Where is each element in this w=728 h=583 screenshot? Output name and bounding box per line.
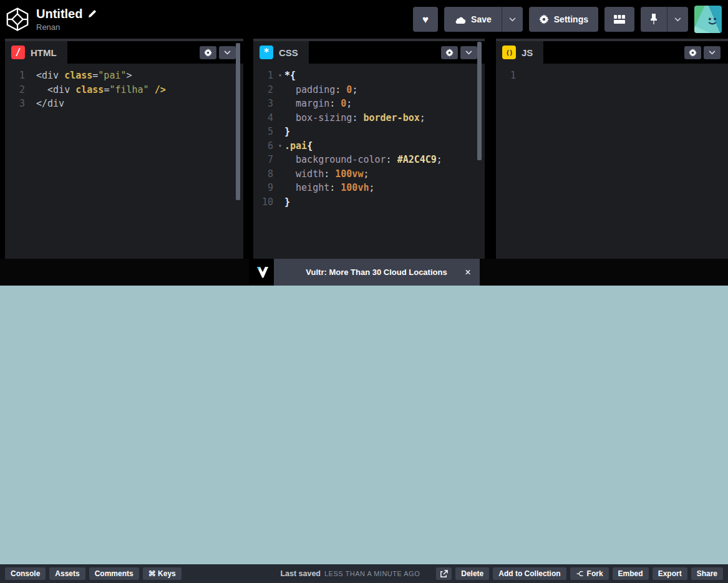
fold-spacer xyxy=(276,167,284,181)
gear-icon xyxy=(689,49,697,57)
code-line[interactable]: 7 background-color: #A2C4C9; xyxy=(253,153,485,167)
code-text: } xyxy=(284,125,290,139)
fold-spacer xyxy=(276,111,284,125)
code-text: .pai{ xyxy=(284,139,313,153)
html-settings-button[interactable] xyxy=(200,46,216,59)
ad-close-icon[interactable]: × xyxy=(462,259,473,286)
pen-author[interactable]: Renan xyxy=(36,22,97,32)
preview-pane[interactable] xyxy=(0,286,728,564)
code-line[interactable]: 9 height: 100vh; xyxy=(253,181,485,195)
external-link-icon xyxy=(440,570,448,578)
code-text: </div xyxy=(36,97,64,111)
code-line[interactable]: 2 padding: 0; xyxy=(253,83,485,97)
code-line[interactable]: 2 <div class="filha" /> xyxy=(5,83,243,97)
js-code-editor[interactable]: 1 xyxy=(496,64,728,259)
assets-label: Assets xyxy=(55,569,79,578)
export-button[interactable]: Export xyxy=(653,567,687,580)
line-number: 1 xyxy=(5,69,27,83)
settings-button[interactable]: Settings xyxy=(529,7,598,32)
code-line[interactable]: 1 xyxy=(496,69,728,83)
js-tab-icon: () xyxy=(502,46,516,59)
fork-label: Fork xyxy=(587,569,603,578)
html-editor-scrollbar[interactable] xyxy=(236,43,240,200)
code-line[interactable]: 8 width: 100vw; xyxy=(253,167,485,181)
fold-spacer xyxy=(276,83,284,97)
delete-button[interactable]: Delete xyxy=(455,567,489,580)
code-text: box-sizing: border-box; xyxy=(284,111,425,125)
line-number: 3 xyxy=(5,97,27,111)
code-line[interactable]: 4 box-sizing: border-box; xyxy=(253,111,485,125)
fold-arrow-icon[interactable]: ▾ xyxy=(276,139,284,153)
tab-js[interactable]: () JS xyxy=(496,41,543,64)
codepen-logo-icon[interactable] xyxy=(5,7,30,32)
fork-button[interactable]: Fork xyxy=(570,567,609,580)
css-tab-label: CSS xyxy=(279,47,298,58)
add-to-collection-button[interactable]: Add to Collection xyxy=(493,567,566,580)
code-text: margin: 0; xyxy=(284,97,352,111)
change-view-button[interactable] xyxy=(604,7,634,32)
css-collapse-button[interactable] xyxy=(460,46,477,59)
html-collapse-button[interactable] xyxy=(219,46,236,59)
gear-icon xyxy=(204,49,212,57)
open-live-view-button[interactable] xyxy=(436,567,452,580)
code-line[interactable]: 3 margin: 0; xyxy=(253,97,485,111)
code-text: background-color: #A2C4C9; xyxy=(284,153,442,167)
tab-html[interactable]: / HTML xyxy=(5,41,67,64)
last-saved-status: Last saved LESS THAN A MINUTE AGO xyxy=(280,569,420,578)
code-line[interactable]: 6▾.pai{ xyxy=(253,139,485,153)
user-avatar[interactable] xyxy=(694,6,722,33)
pin-options-button[interactable] xyxy=(667,7,688,32)
css-tab-icon: * xyxy=(260,46,273,59)
js-settings-button[interactable] xyxy=(684,46,701,59)
assets-button[interactable]: Assets xyxy=(49,567,85,580)
embed-button[interactable]: Embed xyxy=(613,567,649,580)
html-code-editor[interactable]: 1<div class="pai">2 <div class="filha" /… xyxy=(5,64,243,259)
last-saved-value: LESS THAN A MINUTE AGO xyxy=(324,570,420,577)
edit-title-pencil-icon[interactable] xyxy=(88,9,97,18)
console-button[interactable]: Console xyxy=(5,567,46,580)
js-editor-panel: () JS 1 xyxy=(496,39,728,259)
tab-css[interactable]: * CSS xyxy=(253,41,309,64)
css-settings-button[interactable] xyxy=(441,46,458,59)
like-button[interactable]: ♥ xyxy=(413,7,438,32)
code-text: height: 100vh; xyxy=(284,181,375,195)
code-line[interactable]: 1<div class="pai"> xyxy=(5,69,243,83)
line-number: 5 xyxy=(253,125,276,139)
css-editor-scrollbar[interactable] xyxy=(477,42,482,160)
js-tabbar: () JS xyxy=(496,41,728,64)
chevron-down-icon xyxy=(709,51,716,55)
delete-label: Delete xyxy=(461,569,483,578)
gear-icon xyxy=(539,14,549,24)
ad-banner[interactable]: Vultr: More Than 30 Cloud Locations × xyxy=(249,259,480,286)
pin-button[interactable] xyxy=(641,7,667,32)
fold-spacer xyxy=(518,69,527,83)
editor-row: / HTML 1<div class="pai">2 <div class="f… xyxy=(0,39,728,259)
code-line[interactable]: 10} xyxy=(253,195,485,210)
pin-button-group xyxy=(641,7,688,32)
css-code-editor[interactable]: 1▾*{2 padding: 0;3 margin: 0;4 box-sizin… xyxy=(253,64,485,259)
chevron-down-icon xyxy=(509,17,516,22)
js-collapse-button[interactable] xyxy=(704,46,721,59)
save-button[interactable]: Save xyxy=(444,7,502,32)
save-options-button[interactable] xyxy=(502,7,523,32)
code-line[interactable]: 5} xyxy=(253,125,485,139)
css-editor-panel: * CSS 1▾*{2 padding: 0;3 margin: 0;4 box… xyxy=(253,39,485,259)
vultr-logo-icon xyxy=(254,265,269,280)
keys-button[interactable]: ⌘ Keys xyxy=(143,567,182,580)
fold-spacer xyxy=(276,153,284,167)
ad-strip: Vultr: More Than 30 Cloud Locations × xyxy=(0,259,728,286)
code-line[interactable]: 1▾*{ xyxy=(253,69,485,83)
share-label: Share xyxy=(697,569,717,578)
add-to-collection-label: Add to Collection xyxy=(498,569,560,578)
fold-arrow-icon[interactable]: ▾ xyxy=(276,69,284,83)
ad-title[interactable]: Vultr: More Than 30 Cloud Locations xyxy=(306,267,447,277)
heart-icon: ♥ xyxy=(422,14,429,25)
line-number: 2 xyxy=(5,83,27,97)
save-button-group: Save xyxy=(444,7,523,32)
share-button[interactable]: Share xyxy=(691,567,723,580)
line-number: 1 xyxy=(496,69,518,83)
layout-grid-icon xyxy=(614,15,625,24)
comments-button[interactable]: Comments xyxy=(89,567,139,580)
top-header: Untitled Renan ♥ Save xyxy=(0,0,728,39)
code-line[interactable]: 3</div xyxy=(5,97,243,111)
